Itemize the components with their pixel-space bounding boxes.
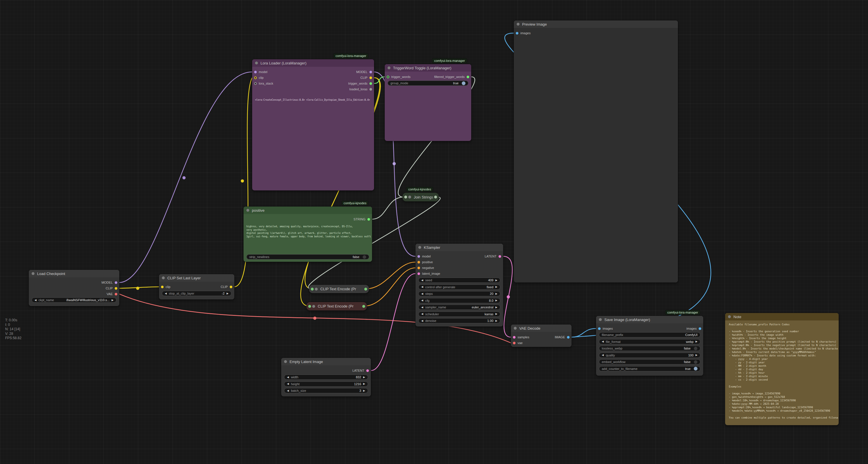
- join-strings-output-dot[interactable]: [434, 196, 437, 199]
- empty-latent-image-widget-height[interactable]: ◀height1216▶: [284, 381, 368, 387]
- increment-arrow-icon[interactable]: ▶: [112, 299, 114, 301]
- collapse-toggle-icon[interactable]: [32, 272, 34, 275]
- clip-text-encode-positive-input-dot[interactable]: [311, 288, 314, 291]
- increment-arrow-icon[interactable]: ▶: [363, 389, 365, 392]
- decrement-arrow-icon[interactable]: ◀: [421, 279, 423, 282]
- lora-loader-node[interactable]: Lora Loader (LoraManager)modelcliplora_s…: [252, 59, 374, 191]
- increment-arrow-icon[interactable]: ▶: [495, 299, 497, 302]
- save-image-header[interactable]: Save Image (LoraManager): [596, 316, 703, 323]
- ksampler-widget-denoise[interactable]: ◀denoise1.00▶: [418, 318, 500, 323]
- ksampler-output-LATENT[interactable]: LATENT: [485, 254, 501, 259]
- preview-image-node[interactable]: Preview Imageimages: [514, 21, 678, 283]
- positive-prompt-node[interactable]: positiveSTRINGstrip_newlinesfalsehighres…: [244, 207, 372, 262]
- collapse-toggle-icon[interactable]: [388, 66, 391, 69]
- collapse-toggle-icon[interactable]: [162, 277, 165, 279]
- positive-prompt-text[interactable]: highres, very detailed, amazing quality,…: [246, 225, 371, 238]
- model-input-dot[interactable]: [417, 255, 420, 258]
- ksampler-widget-steps[interactable]: ◀steps20▶: [418, 291, 500, 296]
- negative-input-dot[interactable]: [417, 267, 420, 269]
- triggerword-toggle-widget-group-mode[interactable]: group_modetrue: [388, 81, 468, 86]
- lora-loader-output-loaded_loras[interactable]: loaded_loras: [349, 86, 372, 92]
- toggle-circle-icon[interactable]: [694, 367, 698, 371]
- collapse-toggle-icon[interactable]: [408, 196, 411, 199]
- vae-decode-input-samples[interactable]: samples: [513, 334, 529, 340]
- MODEL-output-dot[interactable]: [115, 281, 117, 284]
- decrement-arrow-icon[interactable]: ◀: [421, 299, 423, 302]
- save-image-widget-embed-workflow[interactable]: embed_workflowfalse: [599, 359, 701, 365]
- preview-image-input-images[interactable]: images: [516, 30, 530, 36]
- save-image-widget-filename-prefix[interactable]: filename_prefixComfyUI: [599, 332, 701, 338]
- ksampler-input-positive[interactable]: positive: [417, 259, 433, 265]
- empty-latent-image-widget-batch-size[interactable]: ◀batch_size3▶: [284, 388, 368, 393]
- clip-text-encode-positive-output-dot[interactable]: [364, 288, 367, 291]
- ksampler-widget-cfg[interactable]: ◀cfg8.0▶: [418, 298, 500, 303]
- clip-text-encode-negative-input-dot[interactable]: [308, 305, 311, 308]
- CLIP-output-dot[interactable]: [230, 286, 232, 288]
- vae-input-dot[interactable]: [513, 342, 516, 344]
- clip-text-encode-positive-node[interactable]: CLIP Text Encode (Pr: [309, 285, 369, 293]
- trigger_words-input-dot[interactable]: [387, 76, 389, 78]
- decrement-arrow-icon[interactable]: ◀: [602, 340, 604, 343]
- collapse-toggle-icon[interactable]: [255, 62, 258, 64]
- increment-arrow-icon[interactable]: ▶: [495, 293, 497, 295]
- ksampler-header[interactable]: KSampler: [415, 244, 503, 251]
- MODEL-output-dot[interactable]: [369, 71, 372, 74]
- decrement-arrow-icon[interactable]: ◀: [421, 286, 423, 288]
- save-image-widget-lossless-webp[interactable]: lossless_webpfalse: [599, 346, 701, 351]
- decrement-arrow-icon[interactable]: ◀: [421, 320, 423, 322]
- increment-arrow-icon[interactable]: ▶: [363, 383, 365, 385]
- increment-arrow-icon[interactable]: ▶: [695, 354, 698, 356]
- positive-input-dot[interactable]: [417, 261, 420, 263]
- decrement-arrow-icon[interactable]: ◀: [287, 389, 289, 392]
- lora-loader-input-model[interactable]: model: [254, 69, 268, 75]
- decrement-arrow-icon[interactable]: ◀: [287, 383, 289, 385]
- preview-image-header[interactable]: Preview Image: [514, 21, 678, 28]
- collapse-toggle-icon[interactable]: [284, 360, 287, 363]
- toggle-circle-icon[interactable]: [462, 81, 465, 85]
- save-image-input-images[interactable]: images: [598, 326, 613, 331]
- increment-arrow-icon[interactable]: ▶: [495, 320, 497, 322]
- decrement-arrow-icon[interactable]: ◀: [421, 313, 423, 315]
- join-strings-input-dot[interactable]: [404, 196, 407, 199]
- loaded_loras-output-dot[interactable]: [369, 88, 372, 91]
- decrement-arrow-icon[interactable]: ◀: [287, 376, 289, 379]
- increment-arrow-icon[interactable]: ▶: [495, 286, 497, 288]
- join-strings-node[interactable]: Join Strings: [403, 193, 439, 201]
- lora-loader-input-clip[interactable]: clip: [254, 75, 264, 81]
- ksampler-widget-control-after-generate[interactable]: ◀control after generatefixed▶: [418, 285, 500, 290]
- images-output-dot[interactable]: [699, 327, 701, 330]
- clip-set-last-layer-widget-stop-at-clip-layer[interactable]: ◀stop_at_clip_layer-2▶: [162, 291, 231, 296]
- clip-set-last-layer-header[interactable]: CLIP Set Last Layer: [159, 274, 234, 282]
- load-checkpoint-output-VAE[interactable]: VAE: [107, 291, 117, 297]
- lora-loader-header[interactable]: Lora Loader (LoraManager): [252, 59, 374, 67]
- CLIP-output-dot[interactable]: [115, 287, 117, 290]
- increment-arrow-icon[interactable]: ▶: [226, 292, 228, 295]
- collapse-toggle-icon[interactable]: [517, 23, 520, 26]
- collapse-toggle-icon[interactable]: [418, 246, 421, 249]
- save-image-output-images[interactable]: images: [687, 326, 701, 331]
- collapse-toggle-icon[interactable]: [728, 315, 731, 318]
- triggerword-toggle-output-filtered_trigger_words[interactable]: filtered_trigger_words: [434, 74, 469, 80]
- images-input-dot[interactable]: [598, 327, 600, 330]
- collapse-toggle-icon[interactable]: [514, 327, 517, 330]
- empty-latent-image-node[interactable]: Empty Latent ImageLATENT◀width832▶◀heigh…: [281, 358, 371, 397]
- decrement-arrow-icon[interactable]: ◀: [602, 354, 604, 356]
- save-image-widget-file-format[interactable]: ◀file_formatwebp▶: [599, 339, 701, 344]
- save-image-node[interactable]: Save Image (LoraManager)imagesimagesfile…: [596, 316, 703, 376]
- positive-prompt-output-STRING[interactable]: STRING: [353, 216, 370, 222]
- lora-loader-output-MODEL[interactable]: MODEL: [356, 69, 372, 75]
- lora-loader-output-CLIP[interactable]: CLIP: [361, 75, 372, 81]
- positive-prompt-header[interactable]: positive: [244, 207, 372, 214]
- ksampler-input-negative[interactable]: negative: [417, 265, 434, 271]
- ksampler-node[interactable]: KSamplermodelpositivenegativelatent_imag…: [415, 244, 503, 326]
- clip-set-last-layer-input-clip[interactable]: clip: [161, 284, 170, 290]
- ksampler-input-latent_image[interactable]: latent_image: [417, 271, 440, 277]
- lora-loader-output-trigger_words[interactable]: trigger_words: [348, 81, 372, 86]
- ksampler-input-model[interactable]: model: [417, 254, 431, 259]
- LATENT-output-dot[interactable]: [499, 255, 501, 258]
- load-checkpoint-widget-ckpt-name[interactable]: ◀ckpt_nameil\waiNSFWIllustrious_v110.s..…: [32, 297, 117, 302]
- lora_stack-input-dot[interactable]: [254, 82, 257, 85]
- increment-arrow-icon[interactable]: ▶: [495, 306, 497, 309]
- vae-decode-header[interactable]: VAE Decode: [511, 324, 571, 332]
- filtered_trigger_words-output-dot[interactable]: [467, 76, 469, 78]
